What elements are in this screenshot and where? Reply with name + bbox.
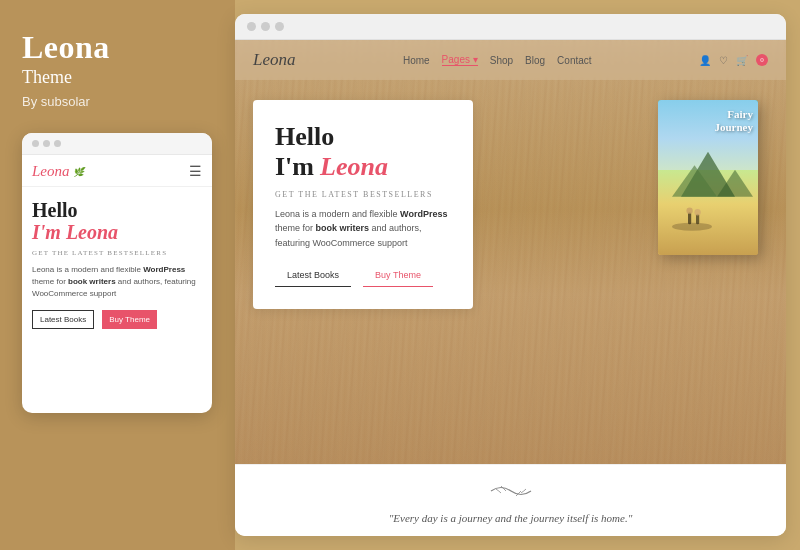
mobile-latest-books-button[interactable]: Latest Books xyxy=(32,310,94,329)
browser-dot-2 xyxy=(261,22,270,31)
svg-point-3 xyxy=(672,223,712,231)
mobile-browser-bar xyxy=(22,133,212,155)
hero-section: Leona Home Pages ▾ Shop Blog Contact 👤 ♡… xyxy=(235,40,786,464)
nav-shop[interactable]: Shop xyxy=(490,55,513,66)
mobile-header: Leona 🌿 ☰ xyxy=(22,155,212,187)
hero-tagline: GET THE LATEST BESTSELLERS xyxy=(275,190,451,199)
mobile-dot-2 xyxy=(43,140,50,147)
book-cover-area: Fairy Journey xyxy=(493,100,768,309)
user-icon[interactable]: 👤 xyxy=(699,55,711,66)
hero-hello: Hello xyxy=(275,122,451,152)
desktop-preview: Leona Home Pages ▾ Shop Blog Contact 👤 ♡… xyxy=(235,40,786,536)
book-title-overlay: Fairy Journey xyxy=(715,108,754,134)
brand-title: Leona xyxy=(22,30,213,65)
mobile-buttons: Latest Books Buy Theme xyxy=(32,310,202,329)
mobile-hero-body: Leona is a modern and flexible WordPress… xyxy=(32,264,202,300)
leaf-decoration-icon xyxy=(486,481,536,506)
hero-im-name: I'm Leona xyxy=(275,152,451,182)
hero-buttons: Latest Books Buy Theme xyxy=(275,264,451,287)
leaf-svg xyxy=(486,481,536,501)
hero-card: Hello I'm Leona GET THE LATEST BESTSELLE… xyxy=(253,100,473,309)
right-panel: Leona Home Pages ▾ Shop Blog Contact 👤 ♡… xyxy=(235,14,786,536)
nav-blog[interactable]: Blog xyxy=(525,55,545,66)
site-logo: Leona xyxy=(253,50,296,70)
latest-books-button[interactable]: Latest Books xyxy=(275,264,351,287)
nav-contact[interactable]: Contact xyxy=(557,55,591,66)
mobile-preview: Leona 🌿 ☰ Hello I'm Leona GET THE LATEST… xyxy=(22,133,212,413)
book-illustration: Fairy Journey xyxy=(658,100,758,255)
nav-icons: 👤 ♡ 🛒 0 xyxy=(699,54,768,66)
svg-point-7 xyxy=(694,209,700,215)
book-cover: Fairy Journey xyxy=(658,100,758,255)
browser-dot-3 xyxy=(275,22,284,31)
site-nav-links: Home Pages ▾ Shop Blog Contact xyxy=(403,54,592,66)
buy-theme-button[interactable]: Buy Theme xyxy=(363,264,433,287)
nav-home[interactable]: Home xyxy=(403,55,430,66)
brand-by: By subsolar xyxy=(22,94,213,109)
brand-subtitle: Theme xyxy=(22,67,213,88)
mobile-hamburger-icon[interactable]: ☰ xyxy=(189,163,202,180)
mobile-hero-name: I'm Leona xyxy=(32,221,202,244)
hero-name-text: Leona xyxy=(320,152,388,182)
site-nav: Leona Home Pages ▾ Shop Blog Contact 👤 ♡… xyxy=(235,40,786,80)
cart-icon[interactable]: 🛒 xyxy=(736,55,748,66)
desktop-browser-bar xyxy=(235,14,786,40)
hero-description: Leona is a modern and flexible WordPress… xyxy=(275,207,451,250)
nav-pages[interactable]: Pages ▾ xyxy=(442,54,478,66)
mobile-dot-1 xyxy=(32,140,39,147)
hero-im-text: I'm xyxy=(275,152,314,182)
mobile-hero-hello: Hello xyxy=(32,199,202,221)
mobile-buy-theme-button[interactable]: Buy Theme xyxy=(102,310,157,329)
cart-badge: 0 xyxy=(756,54,768,66)
wishlist-icon[interactable]: ♡ xyxy=(719,55,728,66)
mobile-hero: Hello I'm Leona GET THE LATEST BESTSELLE… xyxy=(22,187,212,337)
quote-section: "Every day is a journey and the journey … xyxy=(235,464,786,536)
book-people-svg xyxy=(668,193,748,240)
quote-text: "Every day is a journey and the journey … xyxy=(389,512,633,524)
svg-point-5 xyxy=(686,207,692,213)
mobile-hero-tag: GET THE LATEST BESTSELLERS xyxy=(32,249,202,257)
hero-content: Hello I'm Leona GET THE LATEST BESTSELLE… xyxy=(235,80,786,309)
left-panel: Leona Theme By subsolar Leona 🌿 ☰ Hello … xyxy=(0,0,235,550)
svg-rect-4 xyxy=(688,212,691,224)
mobile-dot-3 xyxy=(54,140,61,147)
browser-dot-1 xyxy=(247,22,256,31)
mobile-logo: Leona 🌿 xyxy=(32,163,84,180)
